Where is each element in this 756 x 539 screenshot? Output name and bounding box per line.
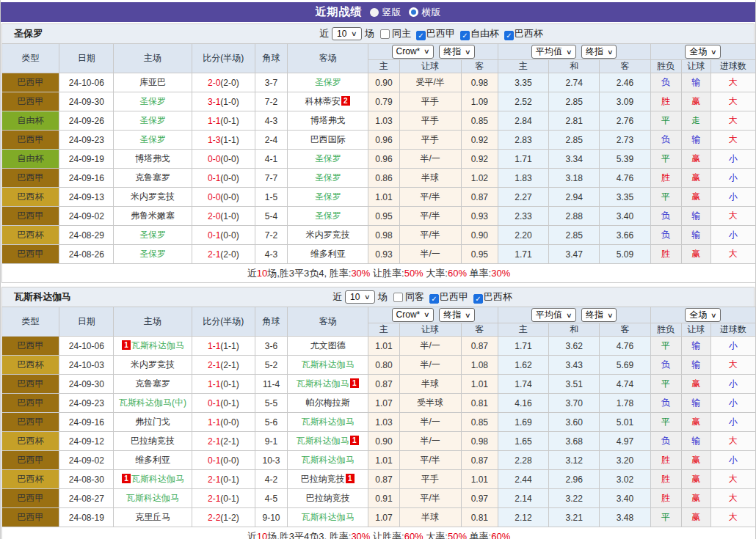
league-type-badge: 巴西甲 (2, 131, 59, 150)
avg-away-odds: 1.78 (600, 394, 650, 413)
average-value: 平均值 (536, 309, 562, 321)
league-filter-group: ✓巴西甲✓巴西杯 (425, 290, 513, 304)
handicap-line: 半球 (399, 169, 461, 188)
result-handicap-value: 赢 (691, 417, 700, 427)
corners-cell: 10-3 (255, 451, 287, 470)
result-handicap-value: 输 (691, 436, 700, 446)
avg-draw-odds: 3.47 (549, 245, 600, 264)
final-odds-select[interactable]: 终指∨ (581, 308, 617, 322)
corners-cell: 7-2 (255, 92, 287, 111)
average-select[interactable]: 平均值∨ (531, 308, 576, 322)
bookmaker-select[interactable]: Crow*∨ (392, 308, 434, 322)
team-name: 巴拉纳竞技 (306, 493, 350, 503)
handicap-home-odds: 1.07 (368, 508, 399, 527)
handicap-line: 半/一 (399, 150, 461, 169)
avg-draw-odds: 3.51 (549, 375, 600, 394)
match-count-select[interactable]: 10∨ (332, 27, 362, 40)
radio-icon-horizontal[interactable] (409, 7, 418, 17)
team-title: 瓦斯科达伽马 (2, 290, 71, 304)
league-checkbox-label: 自由杯 (470, 28, 499, 39)
full-score: 1-1 (208, 341, 220, 351)
result-goals: 大 (710, 356, 755, 375)
result-goals-value: 小 (729, 340, 738, 351)
match-row: 巴西杯24-09-12巴拉纳竞技2-1(2-1)9-1瓦斯科达伽马10.90半/… (2, 432, 756, 451)
team-name: 维多利亚 (310, 249, 346, 259)
final-odds-select[interactable]: 终指∨ (439, 308, 475, 322)
handicap-away-odds: 0.87 (461, 337, 498, 356)
sub-header-avg-home: 主 (498, 60, 548, 73)
result-wdl: 负 (650, 356, 681, 375)
half-score: (2-1) (220, 360, 239, 370)
chevron-down-icon: ∨ (710, 48, 717, 56)
fulltime-select[interactable]: 全场∨ (685, 45, 721, 59)
result-wdl-value: 胜 (661, 455, 670, 465)
layout-radio-vertical[interactable]: 竖版 (370, 6, 401, 19)
league-checkbox[interactable]: ✓ (460, 31, 470, 40)
team-name: 圣保罗 (139, 115, 166, 125)
handicap-dropdowns: Crow*∨ 终指∨ (368, 307, 498, 323)
fulltime-select[interactable]: 全场∨ (685, 308, 721, 322)
col-header-away: 客场 (288, 44, 368, 73)
result-goals: 大 (710, 245, 755, 264)
result-wdl: 平 (650, 188, 681, 207)
final-odds-select[interactable]: 终指∨ (439, 45, 475, 59)
red-card-badge: 2 (341, 96, 350, 106)
result-wdl: 负 (650, 73, 681, 92)
avg-away-odds: 3.09 (600, 92, 650, 111)
league-type-badge: 巴西杯 (2, 226, 59, 245)
avg-draw-odds: 3.43 (549, 356, 600, 375)
handicap-away-odds: 1.01 (461, 470, 498, 489)
avg-draw-odds: 3.12 (549, 451, 600, 470)
avg-away-odds: 2.73 (600, 131, 650, 150)
handicap-home-odds: 0.80 (368, 356, 399, 375)
sub-header-avg-home: 主 (498, 323, 548, 337)
corners-cell: 9-10 (255, 508, 287, 527)
avg-away-odds: 3.20 (600, 451, 650, 470)
match-count-value: 10 (350, 292, 360, 302)
final-odds-select[interactable]: 终指∨ (581, 45, 617, 59)
match-row: 巴西甲24-09-30克鲁塞罗1-1(0-1)11-4瓦斯科达伽马10.87半球… (2, 375, 756, 394)
bookmaker-select[interactable]: Crow*∨ (392, 45, 434, 59)
handicap-line: 半/一 (399, 356, 461, 375)
result-goals: 小 (710, 394, 755, 413)
final-odds-value: 终指 (586, 309, 603, 321)
average-select[interactable]: 平均值∨ (531, 45, 576, 59)
team-name: 弗拉门戈 (135, 417, 170, 427)
home-team: 弗鲁米嫩塞 (114, 207, 192, 226)
col-header-corner: 角球 (255, 44, 287, 73)
sub-header-handicap: 让球 (399, 60, 461, 73)
home-team: 瓦斯科达伽马(中) (114, 394, 192, 413)
result-wdl: 胜 (650, 489, 681, 508)
avg-home-odds: 2.28 (498, 451, 548, 470)
half-score: (0-0) (220, 173, 239, 183)
half-score: (0-1) (220, 494, 239, 504)
result-goals-value: 小 (729, 172, 738, 183)
handicap-home-odds: 0.93 (368, 245, 399, 264)
away-team: 圣保罗 (288, 188, 368, 207)
sub-header-goals: 进球数 (710, 60, 755, 73)
score-cell: 2-1(2-1) (192, 356, 255, 375)
same-venue-checkbox[interactable] (393, 293, 403, 302)
match-count-select[interactable]: 10∨ (345, 290, 375, 304)
same-venue-checkbox[interactable] (380, 29, 390, 39)
league-type-badge: 巴西甲 (2, 207, 59, 226)
full-score: 0-1 (208, 455, 220, 466)
radio-icon-vertical[interactable] (370, 8, 379, 17)
league-checkbox[interactable]: ✓ (504, 31, 514, 40)
result-handicap: 输 (681, 394, 710, 413)
match-row: 巴西杯24-10-03米内罗竞技2-1(2-1)5-2瓦斯科达伽马0.80半/一… (2, 356, 756, 375)
match-date: 24-09-16 (59, 169, 114, 188)
result-handicap: 输 (681, 432, 710, 451)
chevron-down-icon: ∨ (710, 312, 717, 319)
layout-radio-horizontal[interactable]: 横版 (409, 6, 441, 19)
result-handicap: 赢 (681, 413, 710, 432)
match-date: 24-09-02 (59, 451, 114, 470)
league-checkbox[interactable]: ✓ (416, 31, 426, 40)
league-checkbox[interactable]: ✓ (473, 294, 483, 304)
summary-stat-label: 让胜率: (370, 531, 404, 539)
handicap-away-odds: 0.98 (461, 73, 498, 92)
result-handicap-value: 赢 (691, 191, 700, 202)
result-goals-value: 大 (729, 493, 738, 503)
league-checkbox[interactable]: ✓ (429, 294, 439, 304)
handicap-line: 平/半 (399, 188, 461, 207)
